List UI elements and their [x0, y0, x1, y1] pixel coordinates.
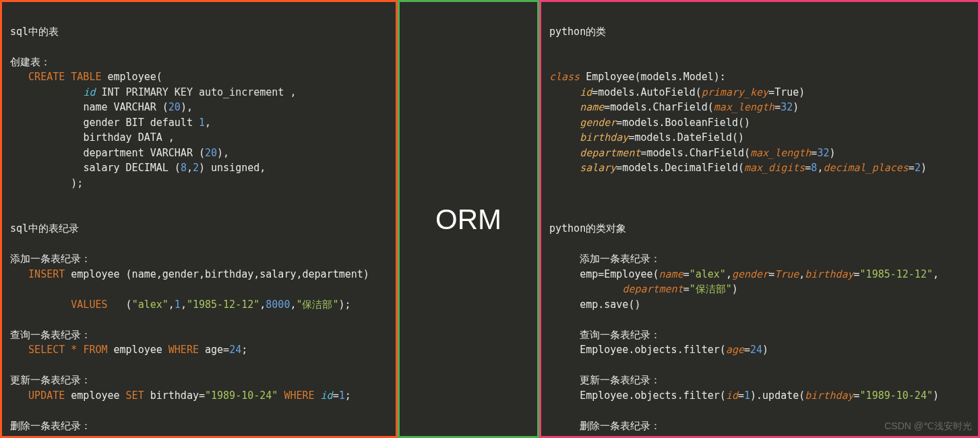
col-name: name VARCHAR (: [83, 101, 168, 113]
u-b: id: [726, 389, 738, 402]
u-f: "1989-10-24": [860, 389, 933, 402]
upd-tbl: employee: [71, 389, 119, 402]
upd-id: id: [321, 389, 333, 402]
del-val: "alex": [223, 435, 259, 438]
sel-tbl: employee: [114, 344, 162, 356]
v-8000: 8000: [266, 299, 290, 311]
f-dept-b: =models.CharField(: [640, 147, 750, 159]
q-b: age: [726, 344, 744, 356]
kw-insert: INSERT: [28, 268, 65, 280]
sql-panel: sql中的表 创建表： CREATE TABLE employee( id IN…: [0, 0, 398, 438]
f-id: id: [580, 86, 592, 98]
col-sal-a: 8: [181, 162, 187, 174]
col-name-len: 20: [169, 101, 181, 113]
upd-val: "1989-10-24": [205, 389, 278, 402]
py-d-label: 删除一条表纪录：: [580, 420, 661, 432]
upd-1: 1: [339, 389, 345, 402]
d-d: ).delete(): [793, 435, 853, 438]
sel-age: 24: [229, 344, 241, 356]
kw-table: TABLE: [71, 71, 101, 83]
py-obj-title: python的类对象: [549, 222, 626, 234]
v-1: 1: [175, 299, 181, 311]
kw-from2: FROM: [71, 435, 95, 438]
a-gender-k: gender: [732, 268, 768, 280]
insert-label: 添加一条表纪录：: [10, 253, 91, 265]
f-bday-b: =models.DateField(): [628, 131, 744, 144]
orm-panel: ORM: [398, 0, 539, 438]
col-dept-len: 20: [205, 147, 217, 159]
col-name-end: ),: [181, 101, 193, 113]
f-bday: birthday: [580, 131, 628, 144]
emp-save: emp.save(): [580, 299, 640, 311]
q-c: 24: [750, 344, 762, 356]
v-alex: "alex": [132, 299, 169, 311]
kw-create: CREATE: [28, 71, 65, 83]
select-label: 查询一条表纪录：: [10, 329, 91, 341]
f-sal-f: 2: [915, 162, 921, 174]
col-dept-end: ),: [217, 147, 229, 159]
col-id: id: [83, 86, 95, 98]
col-sal-end: ) unsigned,: [199, 162, 266, 174]
a-dept-k: department: [622, 283, 683, 295]
a-dept-v: "保洁部": [690, 283, 732, 295]
insert-cols: employee (name,gender,birthday,salary,de…: [71, 268, 369, 280]
orm-label: ORM: [435, 198, 501, 241]
kw-from: FROM: [83, 344, 107, 356]
d-a: Employee.objects.filter(: [580, 435, 726, 438]
kw-where2: WHERE: [284, 389, 314, 402]
col-sal-b: 2: [193, 162, 199, 174]
f-gender-b: =models.BooleanField(): [616, 117, 750, 129]
update-label: 更新一条表纪录：: [10, 374, 91, 386]
del-tbl: employee: [101, 435, 150, 438]
tbl-name: employee(: [108, 71, 162, 83]
v-dept: "保洁部": [296, 299, 338, 311]
f-name-b: =models.CharField(: [604, 101, 714, 113]
sql-title: sql中的表: [10, 26, 59, 38]
python-panel: python的类 class Employee(models.Model): i…: [539, 0, 980, 438]
d-b: name: [726, 435, 750, 438]
col-id-type: INT PRIMARY KEY auto_increment ,: [101, 86, 296, 98]
f-id-b: =models.AutoField(: [592, 86, 702, 98]
kw-class: class: [549, 71, 580, 83]
col-dept: department VARCHAR (: [83, 147, 205, 159]
f-sal-e: decimal_places: [823, 162, 908, 174]
col-gender-end: ,: [205, 117, 211, 129]
kw-where: WHERE: [169, 344, 199, 356]
kw-where3: WHERE: [156, 435, 187, 438]
kw-select: SELECT: [28, 344, 65, 356]
f-name-c: max_length: [714, 101, 774, 113]
kw-delete: DELETE: [28, 435, 65, 438]
f-sal-d: 8: [811, 162, 817, 174]
delete-label: 删除一条表纪录：: [10, 420, 91, 432]
emp-assign: emp=Employee(: [580, 268, 659, 280]
f-dept: department: [580, 147, 640, 159]
a-bday-k: birthday: [805, 268, 853, 280]
f-dept-d: 32: [817, 147, 829, 159]
a-name-v: "alex": [690, 268, 726, 280]
create-end: );: [71, 177, 83, 189]
create-label: 创建表：: [10, 56, 51, 68]
upd-col: birthday=: [150, 389, 205, 402]
del-cond: name=: [193, 435, 223, 438]
col-gender-def: 1: [199, 117, 205, 129]
u-e: birthday: [805, 389, 853, 402]
f-id-c: primary_key: [702, 86, 768, 98]
u-d: ).update(: [750, 389, 805, 402]
d-c: "alex": [756, 435, 793, 438]
f-id-d: =True): [768, 86, 805, 98]
f-gender: gender: [580, 117, 616, 129]
kw-update: UPDATE: [28, 389, 65, 402]
col-sal: salary DECIMAL (: [83, 162, 181, 174]
u-c: 1: [744, 389, 750, 402]
f-dept-c: max_length: [750, 147, 811, 159]
a-name-k: name: [659, 268, 683, 280]
u-a: Employee.objects.filter(: [580, 389, 726, 402]
kw-set: SET: [126, 389, 144, 402]
v-date: "1985-12-12": [187, 299, 259, 311]
col-gender: gender BIT default: [83, 117, 199, 129]
f-sal-b: =models.DecimalField(: [616, 162, 744, 174]
py-add-label: 添加一条表纪录：: [580, 253, 661, 265]
a-gender-v: True: [774, 268, 799, 280]
f-name: name: [580, 101, 604, 113]
py-q-label: 查询一条表纪录：: [580, 329, 661, 341]
